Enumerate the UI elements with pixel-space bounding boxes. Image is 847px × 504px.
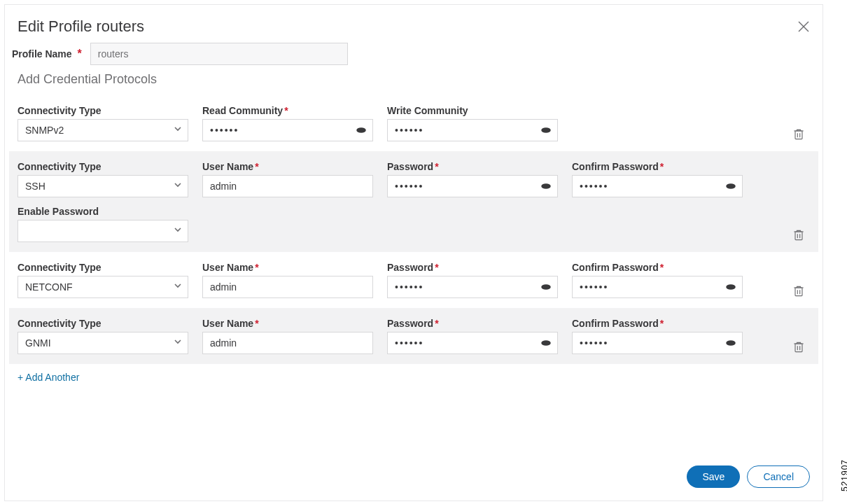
profile-name-row: Profile Name * xyxy=(5,43,822,72)
required-mark: * xyxy=(284,105,288,116)
svg-point-24 xyxy=(545,342,547,344)
connectivity-type-select[interactable]: SNMPv2 xyxy=(18,119,188,141)
write-community-label: Write Community xyxy=(387,105,468,116)
svg-rect-27 xyxy=(795,344,802,352)
profile-name-label: Profile Name xyxy=(12,48,72,59)
modal-header: Edit Profile routers xyxy=(5,5,822,43)
eye-icon[interactable] xyxy=(538,279,554,295)
eye-icon[interactable] xyxy=(354,122,369,138)
password-label: Password xyxy=(387,161,433,172)
credential-row-ssh: Connectivity Type SSH User Name* Passwor… xyxy=(9,151,818,252)
chevron-down-icon xyxy=(173,337,183,349)
password-label: Password xyxy=(387,318,433,329)
eye-icon[interactable] xyxy=(723,279,738,295)
trash-icon[interactable] xyxy=(792,340,806,354)
connectivity-type-select[interactable]: NETCONF xyxy=(18,276,188,298)
svg-rect-6 xyxy=(795,131,802,139)
credential-rows: Connectivity Type SNMPv2 Read Community*… xyxy=(5,95,822,364)
username-input[interactable] xyxy=(202,175,373,197)
trash-icon[interactable] xyxy=(792,127,806,141)
connectivity-type-value: NETCONF xyxy=(18,276,188,298)
confirm-password-input[interactable] xyxy=(572,175,743,197)
connectivity-type-select[interactable]: SSH xyxy=(18,175,188,197)
credential-row-snmpv2: Connectivity Type SNMPv2 Read Community*… xyxy=(9,95,818,151)
profile-name-input[interactable] xyxy=(90,43,348,65)
eye-icon[interactable] xyxy=(723,335,738,351)
edit-profile-modal: Edit Profile routers Profile Name * Add … xyxy=(4,4,823,501)
username-label: User Name xyxy=(202,161,253,172)
required-mark: * xyxy=(435,318,438,329)
enable-password-label: Enable Password xyxy=(18,206,188,217)
chevron-down-icon xyxy=(173,124,183,136)
required-mark: * xyxy=(255,262,258,273)
username-label: User Name xyxy=(202,262,253,273)
chevron-down-icon xyxy=(173,281,183,293)
username-input[interactable] xyxy=(202,332,373,354)
confirm-password-label: Confirm Password xyxy=(572,318,659,329)
close-icon[interactable] xyxy=(797,20,810,33)
credential-row-gnmi: Connectivity Type GNMI User Name* Passwo… xyxy=(9,308,818,364)
connectivity-type-value: GNMI xyxy=(18,332,188,354)
modal-title: Edit Profile routers xyxy=(18,18,144,36)
svg-rect-13 xyxy=(795,232,802,240)
image-id: 521907 xyxy=(840,459,847,491)
required-mark: * xyxy=(660,318,664,329)
required-mark: * xyxy=(435,161,438,172)
write-community-input[interactable] xyxy=(387,119,558,141)
password-label: Password xyxy=(387,262,433,273)
connectivity-type-label: Connectivity Type xyxy=(18,262,188,273)
svg-point-10 xyxy=(545,186,547,188)
read-community-label: Read Community xyxy=(202,105,283,116)
add-another-link[interactable]: + Add Another xyxy=(18,372,79,383)
svg-point-17 xyxy=(545,286,547,288)
svg-rect-20 xyxy=(795,288,802,296)
section-title: Add Credential Protocols xyxy=(5,72,822,95)
required-mark: * xyxy=(660,262,664,273)
svg-point-12 xyxy=(730,186,732,188)
cancel-button[interactable]: Cancel xyxy=(747,465,810,488)
password-input[interactable] xyxy=(387,332,558,354)
connectivity-type-label: Connectivity Type xyxy=(18,161,188,172)
trash-icon[interactable] xyxy=(792,228,806,242)
credential-row-netconf: Connectivity Type NETCONF User Name* Pas… xyxy=(9,252,818,308)
connectivity-type-value: SSH xyxy=(18,175,188,197)
required-mark: * xyxy=(78,48,82,60)
eye-icon[interactable] xyxy=(723,178,738,194)
confirm-password-label: Confirm Password xyxy=(572,161,659,172)
required-mark: * xyxy=(255,318,258,329)
svg-point-3 xyxy=(360,130,363,132)
username-input[interactable] xyxy=(202,276,373,298)
svg-point-19 xyxy=(730,286,732,288)
save-button[interactable]: Save xyxy=(687,465,740,488)
svg-point-5 xyxy=(545,130,547,132)
svg-point-26 xyxy=(730,342,732,344)
confirm-password-label: Confirm Password xyxy=(572,262,659,273)
required-mark: * xyxy=(660,161,664,172)
read-community-input[interactable] xyxy=(202,119,373,141)
password-input[interactable] xyxy=(387,175,558,197)
eye-icon[interactable] xyxy=(538,122,554,138)
connectivity-type-value: SNMPv2 xyxy=(18,119,188,141)
enable-password-value xyxy=(18,220,188,242)
confirm-password-input[interactable] xyxy=(572,276,743,298)
username-label: User Name xyxy=(202,318,253,329)
confirm-password-input[interactable] xyxy=(572,332,743,354)
eye-icon[interactable] xyxy=(538,335,554,351)
required-mark: * xyxy=(435,262,438,273)
connectivity-type-label: Connectivity Type xyxy=(18,105,188,116)
trash-icon[interactable] xyxy=(792,284,806,298)
required-mark: * xyxy=(255,161,258,172)
password-input[interactable] xyxy=(387,276,558,298)
connectivity-type-select[interactable]: GNMI xyxy=(18,332,188,354)
modal-footer: Save Cancel xyxy=(687,465,810,488)
eye-icon[interactable] xyxy=(538,178,554,194)
connectivity-type-label: Connectivity Type xyxy=(18,318,188,329)
chevron-down-icon xyxy=(173,180,183,192)
enable-password-select[interactable] xyxy=(18,220,188,242)
chevron-down-icon xyxy=(173,225,183,237)
